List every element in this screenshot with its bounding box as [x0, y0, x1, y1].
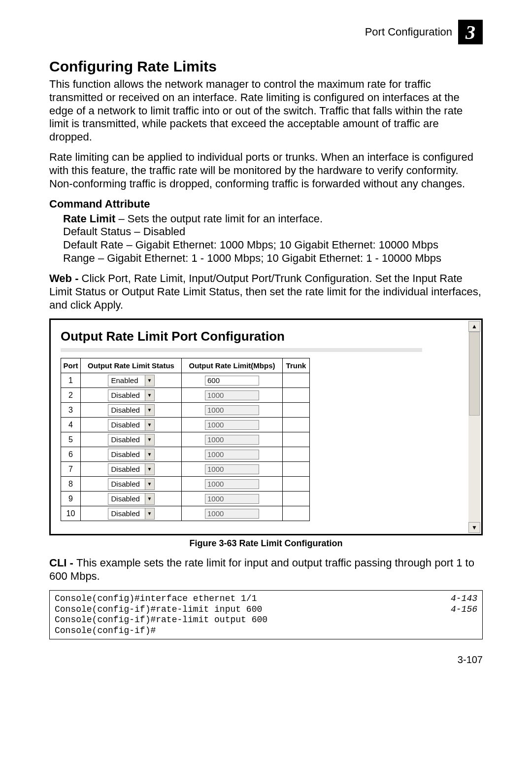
- rate-input[interactable]: [205, 450, 259, 459]
- table-row: 10Disabled▼: [61, 506, 310, 521]
- status-dropdown[interactable]: Disabled▼: [108, 508, 155, 520]
- col-rate: Output Rate Limit(Mbps): [182, 358, 283, 373]
- cli-text: This example sets the rate limit for inp…: [49, 557, 474, 582]
- scroll-up-button[interactable]: ▲: [468, 321, 480, 332]
- chapter-number-badge: 3: [458, 20, 483, 44]
- chevron-down-icon[interactable]: ▼: [145, 434, 154, 445]
- rate-cell: [182, 462, 283, 477]
- trunk-cell: [283, 492, 310, 506]
- rate-limit-screenshot: ▲ ▼ Output Rate Limit Port Configuration…: [49, 318, 483, 535]
- table-row: 1Enabled▼: [61, 373, 310, 388]
- cli-page-ref: 4-143: [451, 594, 477, 604]
- web-text: Click Port, Rate Limit, Input/Output Por…: [49, 272, 481, 311]
- table-row: 3Disabled▼: [61, 403, 310, 418]
- cli-output-box: Console(config)#interface ethernet 1/14-…: [49, 590, 483, 639]
- cli-lead: CLI -: [49, 557, 76, 569]
- attr-default-status: Default Status – Disabled: [63, 225, 483, 239]
- trunk-cell: [283, 403, 310, 418]
- status-dropdown-value: Disabled: [108, 508, 145, 519]
- figure-caption: Figure 3-63 Rate Limit Configuration: [49, 538, 483, 549]
- status-cell: Disabled▼: [81, 492, 182, 506]
- status-cell: Enabled▼: [81, 373, 182, 388]
- intro-paragraph-2: Rate limiting can be applied to individu…: [49, 151, 483, 190]
- cli-command: Console(config-if)#: [55, 626, 156, 636]
- rate-input[interactable]: [205, 376, 259, 386]
- scrollbar-vertical[interactable]: ▲ ▼: [468, 321, 480, 533]
- section-title: Configuring Rate Limits: [49, 58, 483, 75]
- rate-cell: [182, 418, 283, 432]
- chevron-down-icon[interactable]: ▼: [145, 508, 154, 519]
- status-cell: Disabled▼: [81, 477, 182, 492]
- status-dropdown-value: Disabled: [108, 464, 145, 475]
- cli-line: Console(config-if)#: [55, 626, 477, 636]
- cli-command: Console(config-if)#rate-limit input 600: [55, 604, 262, 615]
- status-dropdown[interactable]: Disabled▼: [108, 419, 155, 431]
- web-lead: Web -: [49, 272, 82, 284]
- rate-input[interactable]: [205, 464, 259, 474]
- status-cell: Disabled▼: [81, 388, 182, 403]
- chevron-down-icon[interactable]: ▼: [145, 375, 154, 386]
- rate-input[interactable]: [205, 420, 259, 430]
- status-dropdown[interactable]: Disabled▼: [108, 389, 155, 401]
- table-row: 9Disabled▼: [61, 492, 310, 506]
- title-divider: [61, 348, 422, 352]
- port-cell: 3: [61, 403, 81, 418]
- port-cell: 7: [61, 462, 81, 477]
- status-dropdown[interactable]: Disabled▼: [108, 434, 155, 446]
- running-header: Port Configuration 3: [49, 20, 483, 44]
- rate-input[interactable]: [205, 390, 259, 400]
- chevron-down-icon[interactable]: ▼: [145, 493, 154, 504]
- status-dropdown-value: Enabled: [108, 375, 145, 386]
- table-row: 2Disabled▼: [61, 388, 310, 403]
- status-dropdown[interactable]: Enabled▼: [108, 375, 155, 387]
- scroll-thumb[interactable]: [469, 332, 480, 416]
- status-cell: Disabled▼: [81, 506, 182, 521]
- running-title: Port Configuration: [365, 26, 452, 38]
- status-dropdown-value: Disabled: [108, 390, 145, 401]
- cli-page-ref: 4-156: [451, 604, 477, 615]
- rate-input[interactable]: [205, 405, 259, 415]
- chevron-down-icon[interactable]: ▼: [145, 464, 154, 475]
- chevron-down-icon[interactable]: ▼: [145, 405, 154, 416]
- status-dropdown[interactable]: Disabled▼: [108, 463, 155, 475]
- chevron-down-icon[interactable]: ▼: [145, 420, 154, 430]
- cli-line: Console(config-if)#rate-limit input 6004…: [55, 604, 477, 615]
- status-cell: Disabled▼: [81, 447, 182, 462]
- cli-line: Console(config)#interface ethernet 1/14-…: [55, 594, 477, 604]
- rate-input[interactable]: [205, 479, 259, 489]
- status-dropdown[interactable]: Disabled▼: [108, 449, 155, 460]
- trunk-cell: [283, 418, 310, 432]
- web-instructions: Web - Click Port, Rate Limit, Input/Outp…: [49, 272, 483, 312]
- rate-cell: [182, 432, 283, 447]
- command-attribute-block: Rate Limit – Sets the output rate limit …: [63, 212, 483, 265]
- port-cell: 10: [61, 506, 81, 521]
- rate-input[interactable]: [205, 494, 259, 504]
- rate-cell: [182, 403, 283, 418]
- status-dropdown-value: Disabled: [108, 405, 145, 416]
- table-row: 4Disabled▼: [61, 418, 310, 432]
- status-dropdown[interactable]: Disabled▼: [108, 404, 155, 416]
- port-cell: 2: [61, 388, 81, 403]
- rate-cell: [182, 492, 283, 506]
- cli-instructions: CLI - This example sets the rate limit f…: [49, 557, 483, 583]
- status-cell: Disabled▼: [81, 432, 182, 447]
- scroll-track[interactable]: [468, 332, 480, 522]
- rate-cell: [182, 506, 283, 521]
- scroll-down-button[interactable]: ▼: [468, 522, 480, 533]
- attr-rate-limit-desc: – Sets the output rate limit for an inte…: [115, 212, 323, 225]
- chevron-down-icon[interactable]: ▼: [145, 449, 154, 460]
- col-port: Port: [61, 358, 81, 373]
- col-status: Output Rate Limit Status: [81, 358, 182, 373]
- chevron-down-icon[interactable]: ▼: [145, 390, 154, 401]
- status-dropdown-value: Disabled: [108, 449, 145, 460]
- chevron-down-icon[interactable]: ▼: [145, 479, 154, 490]
- status-dropdown[interactable]: Disabled▼: [108, 478, 155, 490]
- status-dropdown[interactable]: Disabled▼: [108, 493, 155, 505]
- screenshot-title: Output Rate Limit Port Configuration: [61, 329, 481, 344]
- rate-input[interactable]: [205, 435, 259, 445]
- trunk-cell: [283, 462, 310, 477]
- rate-input[interactable]: [205, 509, 259, 519]
- trunk-cell: [283, 506, 310, 521]
- status-dropdown-value: Disabled: [108, 493, 145, 504]
- col-trunk: Trunk: [283, 358, 310, 373]
